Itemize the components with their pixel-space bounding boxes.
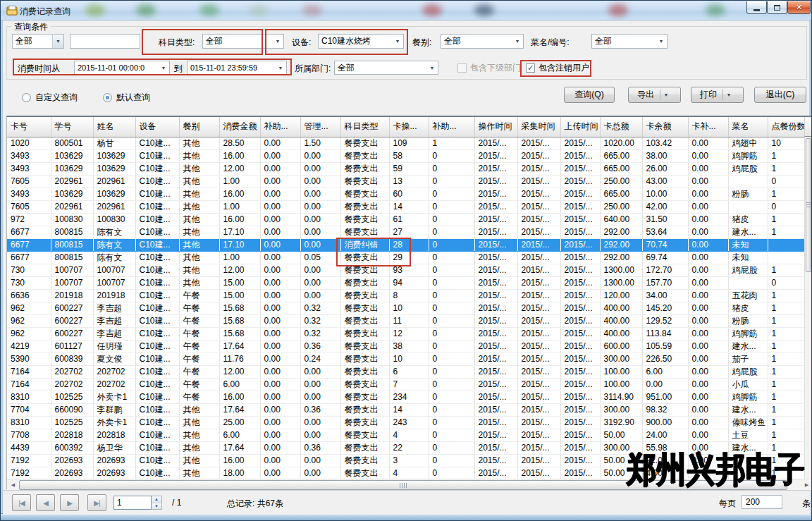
table-cell[interactable]: 0.00 (688, 365, 728, 378)
table-cell[interactable]: 2015/... (474, 226, 517, 238)
table-cell[interactable]: 1300.00 (600, 264, 642, 276)
table-cell[interactable]: 餐费支出 (340, 149, 389, 162)
table-cell[interactable]: 202693 (51, 467, 93, 479)
table-cell[interactable]: 18.00 (219, 467, 260, 479)
table-cell[interactable]: 2015/... (560, 188, 600, 200)
table-cell[interactable]: 2015/... (474, 175, 517, 188)
table-cell[interactable]: 2015/... (560, 289, 600, 302)
table-cell[interactable]: 900.00 (642, 416, 688, 429)
table-cell[interactable] (728, 276, 768, 289)
table-cell[interactable]: 餐费支出 (340, 251, 389, 264)
table-cell[interactable]: 2015/... (517, 403, 560, 416)
column-header[interactable]: 科目类型 (340, 117, 389, 137)
table-cell[interactable]: 0.00 (260, 264, 300, 276)
table-cell[interactable]: 61 (389, 213, 429, 226)
table-cell[interactable]: 2015/... (474, 353, 517, 365)
table-cell[interactable]: 0.00 (260, 340, 300, 353)
table-cell[interactable]: 250.00 (600, 175, 642, 188)
table-cell[interactable]: 2015/... (517, 365, 560, 378)
table-cell[interactable]: 2015/... (517, 378, 560, 391)
table-cell[interactable]: 7164 (7, 378, 51, 391)
table-cell[interactable]: 餐费支出 (340, 200, 389, 213)
table-cell[interactable]: C10建... (135, 314, 179, 327)
table-row[interactable]: 962600227李吉超C10建...午餐15.680.000.32餐费支出10… (7, 302, 805, 314)
table-cell[interactable]: 7605 (7, 200, 51, 213)
table-cell[interactable]: 2015/... (560, 149, 600, 162)
table-cell[interactable]: 餐费支出 (340, 289, 389, 302)
table-cell[interactable]: 0.00 (300, 200, 340, 213)
table-cell[interactable]: 2015/... (517, 251, 560, 264)
table-cell[interactable]: 6677 (7, 226, 51, 238)
table-cell[interactable]: 2015/... (474, 213, 517, 226)
table-cell[interactable]: 100830 (51, 213, 93, 226)
table-cell[interactable]: 餐费支出 (340, 314, 389, 327)
table-cell[interactable]: 李群鹏 (93, 403, 135, 416)
table-cell[interactable]: 0.00 (300, 467, 340, 479)
table-cell[interactable]: 22 (389, 441, 429, 454)
table-cell[interactable]: 2015/... (560, 251, 600, 264)
table-cell[interactable]: 0.00 (260, 251, 300, 264)
table-cell[interactable]: 建水... (728, 226, 768, 238)
table-cell[interactable]: 2015/... (517, 353, 560, 365)
table-cell[interactable]: 其他 (179, 226, 219, 238)
table-cell[interactable]: 0.00 (300, 162, 340, 175)
table-cell[interactable]: 餐费支出 (340, 378, 389, 391)
table-cell[interactable]: 28.50 (219, 137, 260, 149)
table-cell[interactable]: C10建... (135, 188, 179, 200)
table-cell[interactable]: 2015/... (474, 289, 517, 302)
table-cell[interactable]: 0.00 (300, 365, 340, 378)
table-cell[interactable]: 2015/... (560, 340, 600, 353)
table-cell[interactable]: 0.36 (300, 403, 340, 416)
table-cell[interactable]: C10建... (135, 162, 179, 175)
table-cell[interactable]: 2015/... (560, 353, 600, 365)
table-cell[interactable]: 172.70 (642, 264, 688, 276)
last-page-button[interactable]: ▶| (87, 494, 106, 511)
table-cell[interactable]: 4 (389, 467, 429, 479)
table-cell[interactable]: 餐费支出 (340, 441, 389, 454)
table-cell[interactable]: 0.00 (300, 391, 340, 403)
table-row[interactable]: 6677800815陈有文C10建...其他17.100.000.00餐费支出2… (7, 226, 805, 238)
table-cell[interactable]: 0.00 (260, 365, 300, 378)
table-cell[interactable]: 157.70 (642, 276, 688, 289)
table-cell[interactable]: 2015/... (560, 226, 600, 238)
table-cell[interactable]: 3 (389, 454, 429, 467)
maximize-button[interactable] (767, 1, 787, 14)
column-header[interactable]: 卡总额 (600, 117, 642, 137)
table-cell[interactable]: 15.68 (219, 314, 260, 327)
table-cell[interactable]: 2015/... (517, 175, 560, 188)
table-row[interactable]: 962600227李吉超C10建...午餐15.680.000.32餐费支出12… (7, 327, 805, 340)
table-cell[interactable]: C10建... (135, 149, 179, 162)
table-cell[interactable]: 0.00 (688, 378, 728, 391)
table-cell[interactable]: C10建... (135, 238, 179, 251)
table-cell[interactable]: 餐费支出 (340, 137, 389, 149)
table-cell[interactable]: 43.00 (642, 175, 688, 188)
subject-type-dropdown[interactable]: 全部 ▼ (202, 34, 284, 49)
device-dropdown[interactable]: C10建水烧烤 ▼ (318, 34, 404, 49)
table-cell[interactable]: 34.00 (642, 289, 688, 302)
table-cell[interactable]: 0 (429, 353, 474, 365)
table-cell[interactable]: 201918 (93, 289, 135, 302)
include-cancelled-checkbox[interactable]: ✓ 包含注销用户 (526, 62, 589, 74)
table-cell[interactable]: 100707 (51, 276, 93, 289)
table-cell[interactable]: 58 (389, 149, 429, 162)
close-button[interactable]: ✕ (787, 1, 811, 14)
table-cell[interactable]: 0 (429, 327, 474, 340)
table-cell[interactable]: 103629 (93, 162, 135, 175)
table-cell[interactable]: 2015/... (474, 327, 517, 340)
minimize-button[interactable] (746, 1, 767, 14)
table-cell[interactable]: 0.00 (260, 149, 300, 162)
table-cell[interactable]: 7192 (7, 467, 51, 479)
table-cell[interactable]: 2015/... (517, 454, 560, 467)
table-cell[interactable]: 69.74 (642, 251, 688, 264)
table-cell[interactable]: 0.00 (688, 353, 728, 365)
table-cell[interactable]: 53.64 (642, 226, 688, 238)
table-cell[interactable]: 202702 (93, 378, 135, 391)
table-cell[interactable]: 其他 (179, 188, 219, 200)
table-cell[interactable]: 14 (389, 403, 429, 416)
table-cell[interactable]: 0.00 (688, 188, 728, 200)
table-cell[interactable]: 餐费支出 (340, 327, 389, 340)
chevron-down-icon[interactable]: ▼ (660, 92, 672, 97)
table-cell[interactable]: 100707 (93, 276, 135, 289)
prev-page-button[interactable]: ◀ (36, 494, 55, 511)
table-cell[interactable]: 730 (7, 264, 51, 276)
